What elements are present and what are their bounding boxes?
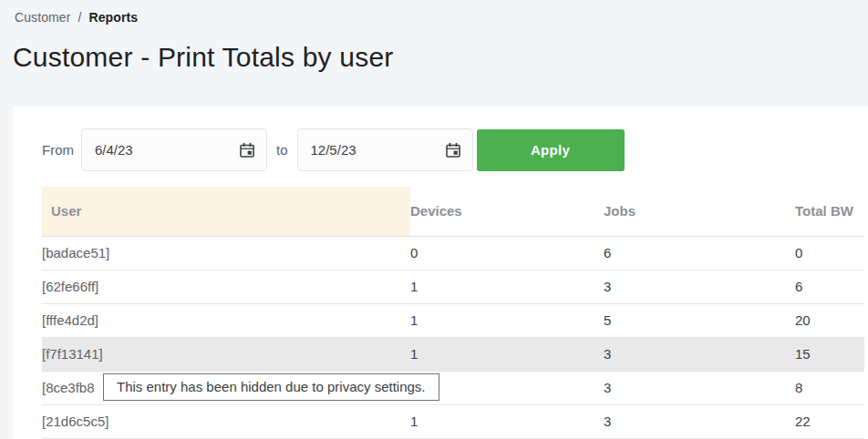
total-bw-cell: 6	[795, 270, 864, 303]
user-cell: [f7f13141]	[42, 337, 410, 371]
table-row[interactable]: [21d6c5c5] 1 3 22	[42, 404, 864, 438]
jobs-cell: 3	[604, 371, 795, 404]
total-bw-cell: 22	[795, 404, 864, 438]
to-label: to	[276, 142, 288, 158]
breadcrumb-customer[interactable]: Customer	[15, 10, 70, 25]
table-header-row: User Devices Jobs Total BW	[42, 187, 864, 236]
breadcrumb-separator: /	[78, 10, 81, 25]
user-cell: [fffe4d2d]	[42, 303, 410, 337]
privacy-tooltip: This entry has been hidden due to privac…	[103, 373, 439, 401]
table-row[interactable]: [fffe4d2d] 1 5 20	[42, 303, 864, 337]
total-bw-cell: 0	[795, 236, 864, 270]
print-totals-table: User Devices Jobs Total BW [badace51] 0 …	[42, 187, 864, 439]
table-row[interactable]: [badace51] 0 6 0	[42, 236, 864, 270]
total-bw-cell: 15	[795, 337, 864, 371]
from-label: From	[42, 142, 74, 158]
jobs-cell: 3	[604, 337, 795, 371]
column-header-devices[interactable]: Devices	[410, 187, 604, 236]
devices-cell	[410, 371, 604, 404]
column-header-total-bw[interactable]: Total BW	[795, 187, 864, 236]
column-header-jobs[interactable]: Jobs	[604, 187, 795, 236]
breadcrumb: Customer / Reports	[15, 10, 138, 25]
calendar-icon[interactable]	[445, 142, 461, 158]
to-date-field[interactable]	[297, 128, 473, 171]
user-cell: [62fe66ff]	[42, 270, 410, 303]
total-bw-cell: 8	[795, 371, 864, 404]
jobs-cell: 6	[604, 236, 795, 270]
user-cell: [21d6c5c5]	[42, 404, 410, 438]
devices-cell: 1	[410, 337, 604, 371]
column-header-user[interactable]: User	[42, 187, 410, 236]
jobs-cell: 3	[604, 404, 795, 438]
page-title: Customer - Print Totals by user	[13, 42, 393, 73]
breadcrumb-reports: Reports	[88, 10, 138, 25]
table-row-hovered[interactable]: [f7f13141] 1 3 15	[42, 337, 864, 371]
devices-cell: 1	[410, 270, 604, 303]
total-bw-cell: 20	[795, 303, 864, 337]
devices-cell: 1	[410, 404, 604, 438]
jobs-cell: 5	[604, 303, 795, 337]
devices-cell: 1	[410, 303, 604, 337]
date-filter-bar: From to Apply	[13, 107, 868, 171]
to-date-input[interactable]	[311, 142, 445, 158]
calendar-icon[interactable]	[239, 142, 255, 158]
apply-button[interactable]: Apply	[477, 129, 625, 171]
jobs-cell: 3	[604, 270, 795, 303]
from-date-field[interactable]	[81, 128, 267, 171]
from-date-input[interactable]	[95, 142, 239, 158]
table-row[interactable]: [62fe66ff] 1 3 6	[42, 270, 864, 303]
user-cell: [badace51]	[42, 236, 410, 270]
devices-cell: 0	[410, 236, 604, 270]
